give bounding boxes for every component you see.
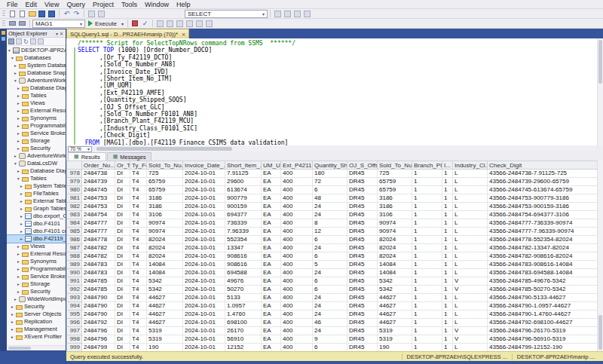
grid-cell[interactable]: 400 <box>281 344 313 352</box>
grid-cell[interactable]: 400 <box>281 269 313 277</box>
grid-cell[interactable]: DI <box>115 277 130 286</box>
grid-cell[interactable]: 43566-2484785-50270-5342 <box>488 286 598 294</box>
tree-item[interactable]: ▸WideWorldImportersDW <box>7 295 66 303</box>
grid-cell[interactable]: T4 <box>130 261 147 269</box>
grid-cell[interactable]: DR45 <box>347 277 378 286</box>
disconnect-icon[interactable] <box>16 38 22 44</box>
include-actual-plan-icon[interactable] <box>185 19 194 28</box>
row-header[interactable]: 979 <box>67 178 82 186</box>
grid-cell[interactable]: 1 <box>412 186 442 194</box>
filter-icon[interactable] <box>30 38 36 44</box>
tree-item[interactable]: ▸dbo.export_CSIMS_Custom <box>7 213 66 220</box>
tree-item[interactable]: ▸Management <box>7 326 66 333</box>
grid-cell[interactable]: 43566-2484777-736339-90974 <box>488 219 598 228</box>
toolbar-grip[interactable] <box>2 20 5 27</box>
display-estimated-plan-icon[interactable] <box>155 19 165 28</box>
grid-cell[interactable]: 6 <box>313 277 347 286</box>
grid-cell[interactable]: 44627 <box>378 294 412 302</box>
grid-cell[interactable]: 43566-2484777-7.96339-90974 <box>488 228 598 236</box>
grid-cell[interactable]: 2484799 <box>82 344 115 352</box>
grid-cell[interactable]: L <box>453 244 488 252</box>
stop-icon[interactable] <box>38 38 44 44</box>
grid-cell[interactable]: 43566-2484783-694588-14084 <box>488 269 598 277</box>
grid-cell[interactable]: T4 <box>130 228 147 236</box>
grid-cell[interactable]: 1 <box>442 310 453 319</box>
grid-cell[interactable]: L <box>453 219 488 228</box>
tree-item[interactable]: ▸Database Snapshots <box>7 69 66 77</box>
comment-out-icon[interactable] <box>204 19 214 28</box>
grid-cell[interactable]: 43566-2484796-56910-5319 <box>488 335 598 344</box>
grid-cell[interactable]: 1 <box>442 344 453 352</box>
grid-cell[interactable]: 2484753 <box>82 194 115 203</box>
grid-cell[interactable]: 2484782 <box>82 252 115 261</box>
tab-results[interactable]: ▦ Results <box>68 152 106 161</box>
grid-cell[interactable]: 5133 <box>225 294 262 302</box>
grid-cell[interactable]: L <box>453 261 488 269</box>
grid-cell[interactable]: 24 <box>313 302 347 310</box>
grid-cell[interactable]: 14084 <box>378 269 412 277</box>
grid-cell[interactable]: 400 <box>281 170 313 178</box>
grid-cell[interactable]: DI <box>115 302 130 310</box>
tree-item[interactable]: ▸Service Broker <box>7 130 66 137</box>
docked-panel-icon[interactable] <box>2 31 5 35</box>
grid-cell[interactable]: 2024-10-01 <box>183 302 225 310</box>
grid-cell[interactable]: 5319 <box>378 335 412 344</box>
grid-cell[interactable]: L <box>453 228 488 236</box>
tree-item[interactable]: ▸Storage <box>7 280 66 288</box>
grid-cell[interactable]: DI <box>115 269 130 277</box>
grid-cell[interactable]: 2024-10-01 <box>183 244 225 252</box>
grid-cell[interactable]: EA <box>262 186 281 194</box>
column-header[interactable]: Industry_Cl... <box>453 161 488 170</box>
grid-cell[interactable]: 82024 <box>147 252 183 261</box>
grid-cell[interactable]: 1 <box>412 310 442 319</box>
grid-cell[interactable]: 5 <box>313 261 347 269</box>
grid-cell[interactable]: 2024-10-01 <box>183 294 225 302</box>
grid-cell[interactable]: DR45 <box>347 219 378 228</box>
grid-cell[interactable]: L <box>453 186 488 194</box>
tree-item[interactable]: ▸FileTables <box>7 190 66 197</box>
grid-cell[interactable]: 2024-10-01 <box>183 310 225 319</box>
grid-cell[interactable]: 2484754 <box>82 211 115 219</box>
grid-cell[interactable]: 1 <box>412 244 442 252</box>
grid-cell[interactable]: 82024 <box>147 244 183 252</box>
grid-cell[interactable]: T4 <box>130 236 147 244</box>
row-header[interactable]: 995 <box>67 310 82 319</box>
grid-cell[interactable]: 2484790 <box>82 294 115 302</box>
grid-cell[interactable]: 14084 <box>378 261 412 269</box>
grid-cell[interactable]: 1 <box>442 294 453 302</box>
grid-cell[interactable]: V <box>453 335 488 344</box>
grid-cell[interactable]: 2484738 <box>82 170 115 178</box>
row-header[interactable]: 985 <box>67 228 82 236</box>
grid-cell[interactable]: 12 <box>313 228 347 236</box>
grid-cell[interactable]: 14084 <box>147 261 183 269</box>
grid-cell[interactable]: DR45 <box>347 178 378 186</box>
grid-cell[interactable]: 2024-10-01 <box>183 327 225 335</box>
tree-item[interactable]: ▸XEvent Profiler <box>7 333 66 341</box>
grid-cell[interactable]: DR45 <box>347 344 378 352</box>
grid-cell[interactable]: L <box>453 170 488 178</box>
menu-item-query[interactable]: Query <box>63 1 89 8</box>
grid-cell[interactable]: EA <box>262 310 281 319</box>
grid-cell[interactable]: L <box>453 302 488 310</box>
grid-cell[interactable]: 400 <box>281 194 313 203</box>
grid-cell[interactable]: DI <box>115 335 130 344</box>
row-header[interactable]: 987 <box>67 244 82 252</box>
grid-cell[interactable]: 190 <box>147 344 183 352</box>
grid-cell[interactable]: 2484739 <box>82 178 115 186</box>
grid-cell[interactable]: DI <box>115 310 130 319</box>
editor-hscrollbar[interactable] <box>95 146 595 151</box>
grid-cell[interactable]: 1 <box>442 203 453 211</box>
grid-cell[interactable]: EA <box>262 335 281 344</box>
scrollbar-thumb[interactable] <box>598 315 602 350</box>
grid-cell[interactable]: 2484790 <box>82 302 115 310</box>
row-header[interactable]: 997 <box>67 327 82 335</box>
close-icon[interactable]: ✕ <box>59 31 64 36</box>
grid-cell[interactable]: T4 <box>130 277 147 286</box>
row-header[interactable]: 978 <box>67 170 82 178</box>
database-combobox[interactable]: MAG1 ▾ <box>32 20 85 28</box>
grid-cell[interactable]: DI <box>115 186 130 194</box>
grid-cell[interactable]: DR45 <box>347 236 378 244</box>
tree-item[interactable]: ▸System Databases <box>7 62 66 69</box>
grid-cell[interactable]: 24 <box>313 294 347 302</box>
tree-item[interactable]: ▸Service Broker <box>7 273 66 280</box>
